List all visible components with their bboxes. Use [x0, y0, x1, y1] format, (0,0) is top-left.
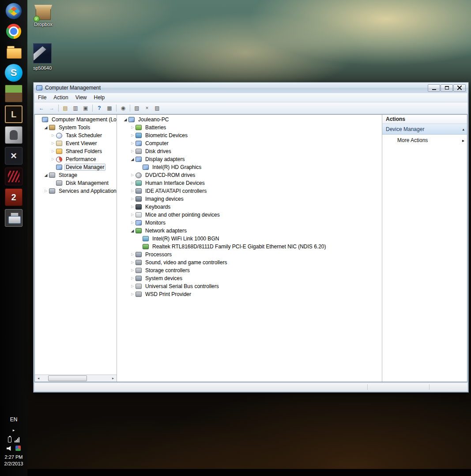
tree-item-imaging-devices[interactable]: ▷Imaging devices [117, 195, 382, 203]
back-button[interactable]: ← [37, 104, 46, 112]
collapsed-arrow-icon[interactable]: ▷ [129, 147, 136, 155]
tree-item-label[interactable]: Intel(R) HD Graphics [151, 164, 203, 171]
expanded-arrow-icon[interactable]: ◢ [43, 171, 49, 179]
collapsed-arrow-icon[interactable]: ▷ [129, 203, 136, 211]
tree-item-label[interactable]: Batteries [144, 124, 167, 131]
clock-date[interactable]: 2/2/2013 [0, 461, 27, 466]
scroll-thumb[interactable] [48, 375, 87, 381]
tree-item-performance[interactable]: ▷Performance [35, 155, 117, 163]
collapsed-arrow-icon[interactable]: ▷ [129, 131, 136, 139]
tree-item-label[interactable]: Realtek RTL8168D/8111D Family PCI-E Giga… [151, 243, 328, 250]
tree-item-label[interactable]: Disk drives [144, 148, 173, 155]
menu-file[interactable]: File [34, 93, 50, 102]
help-button[interactable]: ? [94, 104, 104, 112]
collapsed-arrow-icon[interactable]: ▷ [129, 195, 136, 203]
collapsed-arrow-icon[interactable]: ▷ [129, 171, 136, 179]
tree-item-label[interactable]: Storage [57, 172, 79, 179]
tree-item-processors[interactable]: ▷Processors [117, 251, 382, 259]
tree-item-label[interactable]: Computer [144, 140, 170, 147]
taskbar-icon-skype[interactable]: S [5, 64, 23, 82]
taskbar-icon-devices-printers[interactable] [5, 209, 23, 227]
tree-item-wsd-print-provider[interactable]: ▷WSD Print Provider [117, 290, 382, 298]
collapsed-arrow-icon[interactable]: ▷ [129, 187, 136, 195]
tree-item-label[interactable]: System Tools [57, 124, 91, 131]
tree-item-intel-r-wifi-link-1000-bgn[interactable]: Intel(R) WiFi Link 1000 BGN [117, 235, 382, 243]
horizontal-scrollbar[interactable]: ◂ ▸ [35, 375, 117, 382]
tree-item-keyboards[interactable]: ▷Keyboards [117, 203, 382, 211]
properties-button[interactable]: ▣ [81, 104, 90, 112]
expanded-arrow-icon[interactable]: ◢ [129, 155, 136, 163]
collapsed-arrow-icon[interactable]: ▷ [129, 266, 136, 274]
clock-time[interactable]: 2:27 PM [0, 454, 27, 460]
battery-icon[interactable] [8, 437, 11, 442]
minimize-button[interactable] [428, 84, 440, 92]
tree-item-label[interactable]: Device Manager [64, 164, 106, 171]
forward-button[interactable]: → [47, 104, 57, 112]
tree-item-disk-drives[interactable]: ▷Disk drives [117, 147, 382, 155]
collapsed-arrow-icon[interactable]: ▷ [129, 219, 136, 227]
collapsed-arrow-icon[interactable]: ▷ [129, 259, 136, 266]
maximize-button[interactable] [441, 84, 453, 92]
tree-item-label[interactable]: Universal Serial Bus controllers [144, 283, 220, 290]
tree-item-storage-controllers[interactable]: ▷Storage controllers [117, 266, 382, 274]
tree-item-label[interactable]: Services and Applications [57, 187, 117, 195]
tree-item-storage[interactable]: ◢Storage [35, 171, 117, 179]
tree-item-label[interactable]: System devices [144, 275, 184, 282]
scan-hardware-button[interactable]: ◉ [118, 104, 128, 112]
tree-item-label[interactable]: Event Viewer [64, 140, 98, 147]
scroll-track[interactable] [42, 375, 109, 382]
tree-item-label[interactable]: DVD/CD-ROM drives [144, 172, 196, 179]
tree-item-task-scheduler[interactable]: ▷Task Scheduler [35, 131, 117, 139]
menu-view[interactable]: View [72, 93, 90, 102]
taskbar-icon-game-swords[interactable]: × [5, 147, 23, 165]
tree-item-label[interactable]: Shared Folders [64, 148, 103, 155]
collapsed-arrow-icon[interactable]: ▷ [129, 251, 136, 259]
tree-item-computer[interactable]: ▷Computer [117, 139, 382, 147]
tree-item-services-and-applications[interactable]: ▷Services and Applications [35, 187, 117, 195]
tree-item-disk-management[interactable]: Disk Management [35, 179, 117, 187]
tree-item-network-adapters[interactable]: ◢Network adapters [117, 227, 382, 235]
extended-view-button[interactable]: ▦ [105, 104, 114, 112]
collapsed-arrow-icon[interactable]: ▷ [129, 211, 136, 219]
tree-item-ide-ata-atapi-controllers[interactable]: ▷IDE ATA/ATAPI controllers [117, 187, 382, 195]
tree-item-label[interactable]: Intel(R) WiFi Link 1000 BGN [151, 235, 220, 242]
tree-item-label[interactable]: IDE ATA/ATAPI controllers [144, 187, 208, 195]
tree-item-label[interactable]: Storage controllers [144, 267, 191, 274]
taskbar-icon-dota2[interactable]: 2 [5, 188, 23, 206]
menu-help[interactable]: Help [90, 93, 109, 102]
taskbar-icon-game-avatar[interactable] [5, 126, 23, 144]
language-indicator[interactable]: EN [0, 416, 27, 423]
collapsed-arrow-icon[interactable]: ▷ [50, 155, 56, 163]
tree-item-label[interactable]: Processors [144, 251, 173, 258]
tree-item-system-tools[interactable]: ◢System Tools [35, 124, 117, 131]
collapsed-arrow-icon[interactable]: ▷ [129, 290, 136, 298]
close-button[interactable] [453, 84, 466, 92]
uninstall-device-button[interactable]: × [142, 104, 152, 112]
network-signal-icon[interactable] [15, 437, 19, 442]
expanded-arrow-icon[interactable]: ◢ [129, 227, 136, 235]
tree-item-biometric-devices[interactable]: ▷Biometric Devices [117, 131, 382, 139]
collapsed-arrow-icon[interactable]: ▷ [129, 124, 136, 131]
collapsed-arrow-icon[interactable]: ▷ [129, 179, 136, 187]
tree-item-label[interactable]: Biometric Devices [144, 132, 189, 139]
tree-item-display-adapters[interactable]: ◢Display adapters [117, 155, 382, 163]
tree-item-label[interactable]: Network adapters [144, 227, 188, 234]
tree-item-universal-serial-bus-controllers[interactable]: ▷Universal Serial Bus controllers [117, 282, 382, 290]
tree-item-dvd-cd-rom-drives[interactable]: ▷DVD/CD-ROM drives [117, 171, 382, 179]
tree-item-event-viewer[interactable]: ▷Event Viewer [35, 139, 117, 147]
export-list-button[interactable]: ▥ [71, 104, 80, 112]
tree-item-jouleano-pc[interactable]: ◢Jouleano-PC [117, 116, 382, 124]
tree-item-shared-folders[interactable]: ▷Shared Folders [35, 147, 117, 155]
tree-item-label[interactable]: Display adapters [144, 156, 186, 163]
tree-item-human-interface-devices[interactable]: ▷Human Interface Devices [117, 179, 382, 187]
tree-item-computer-management-local[interactable]: Computer Management (Local [35, 116, 117, 124]
collapsed-arrow-icon[interactable]: ▷ [129, 139, 136, 147]
taskbar-icon-game-claw[interactable] [5, 168, 23, 185]
tree-item-batteries[interactable]: ▷Batteries [117, 124, 382, 131]
collapsed-arrow-icon[interactable]: ▷ [50, 131, 56, 139]
tree-item-label[interactable]: Computer Management (Local [50, 116, 117, 123]
show-console-tree-button[interactable]: ▤ [60, 104, 70, 112]
tree-item-label[interactable]: Performance [64, 156, 98, 163]
scroll-left-arrow-icon[interactable]: ◂ [35, 375, 42, 382]
collapsed-arrow-icon[interactable]: ▷ [43, 187, 49, 195]
